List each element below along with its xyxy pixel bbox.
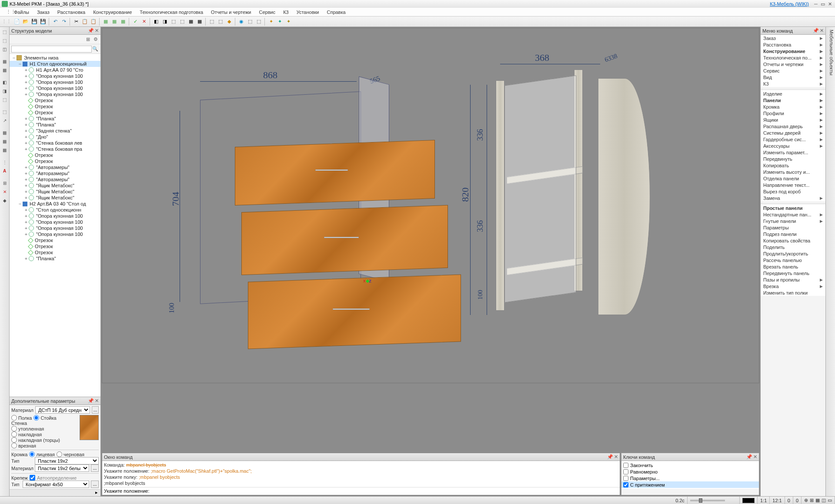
menu-item[interactable]: Врезка▶ bbox=[761, 283, 825, 289]
chern-radio[interactable] bbox=[57, 451, 62, 457]
menu-item[interactable]: Сервис▶ bbox=[761, 67, 825, 74]
vtool-6-icon[interactable]: ◧ bbox=[1, 78, 9, 86]
nakl-radio[interactable] bbox=[11, 431, 17, 437]
tool-r-icon[interactable]: ✦ bbox=[284, 18, 292, 26]
polka-radio[interactable] bbox=[11, 415, 17, 421]
tip2-select[interactable]: Конфирмат 4х50 bbox=[23, 481, 89, 488]
tool-l-icon[interactable]: ◆ bbox=[225, 18, 233, 26]
tool-new-icon[interactable]: 📄 bbox=[13, 18, 21, 26]
wiki-link[interactable]: К3-Мебель (WIKI) bbox=[770, 1, 809, 7]
tip2-browse-button[interactable]: ... bbox=[91, 481, 99, 488]
tool-i-icon[interactable]: ▦ bbox=[196, 18, 204, 26]
vtool-7-icon[interactable]: ◨ bbox=[1, 87, 9, 95]
tool-redo-icon[interactable]: ↷ bbox=[60, 18, 68, 26]
tool-a-icon[interactable]: ▦ bbox=[102, 18, 110, 26]
tree-row[interactable]: + "Опора кухонная 100 bbox=[10, 91, 100, 97]
menu-Сервис[interactable]: Сервис bbox=[256, 9, 279, 16]
menu-item[interactable]: Рассечь панелью bbox=[761, 257, 825, 263]
tool-check-icon[interactable]: ✓ bbox=[131, 18, 139, 26]
close-panel-icon[interactable]: ✕ bbox=[95, 28, 99, 33]
menu-item[interactable]: Профили▶ bbox=[761, 110, 825, 116]
tree-row[interactable]: + "Авторазмеры" bbox=[10, 170, 100, 176]
tool-c-icon[interactable]: ▦ bbox=[119, 18, 127, 26]
tree-row[interactable]: Отрезок bbox=[10, 237, 100, 243]
material-browse-button[interactable]: ... bbox=[92, 406, 99, 414]
tool-cancel-icon[interactable]: ✕ bbox=[140, 18, 148, 26]
menu-item[interactable]: Системы дверей▶ bbox=[761, 129, 825, 136]
tree-row[interactable]: + "Ящик Метабокс" bbox=[10, 189, 100, 195]
lice-radio[interactable] bbox=[29, 451, 35, 457]
menu-item[interactable]: Конструирование▶ bbox=[761, 48, 825, 54]
menu-item[interactable]: Передвинуть bbox=[761, 156, 825, 162]
menu-item[interactable]: Копировать bbox=[761, 162, 825, 169]
menu-item[interactable]: Изделие▶ bbox=[761, 90, 825, 97]
menu-Расстановка[interactable]: Расстановка bbox=[54, 9, 89, 16]
menu-item[interactable]: Технологическая по...▶ bbox=[761, 54, 825, 61]
tree-expand-icon[interactable]: ⊞ bbox=[86, 36, 90, 42]
vtool-A-icon[interactable]: A bbox=[1, 167, 9, 175]
menu-item[interactable]: Ящики▶ bbox=[761, 116, 825, 123]
menu-item[interactable]: Простые панели bbox=[761, 205, 825, 211]
menu-item[interactable]: Изменить парамет... bbox=[761, 149, 825, 156]
tree-row[interactable]: + "Опора кухонная 100 bbox=[10, 219, 100, 225]
vtool-15-icon[interactable]: ⊞ bbox=[1, 179, 9, 187]
tree-row[interactable]: + "Опора кухонная 100 bbox=[10, 213, 100, 219]
tool-g-icon[interactable]: ⬚ bbox=[178, 18, 186, 26]
menu-Файлы[interactable]: Файлы bbox=[10, 9, 33, 16]
menu-Отчеты и чертежи[interactable]: Отчеты и чертежи bbox=[207, 9, 254, 16]
tree-row[interactable]: Отрезок bbox=[10, 103, 100, 109]
color-black-swatch[interactable] bbox=[742, 498, 755, 503]
menu-item[interactable]: Отчеты и чертежи▶ bbox=[761, 61, 825, 67]
tool-d-icon[interactable]: ◧ bbox=[152, 18, 160, 26]
autodetect-checkbox[interactable] bbox=[30, 475, 35, 481]
vtool-17-icon[interactable]: ◆ bbox=[1, 196, 9, 204]
tree-row[interactable]: + "Авторазмеры" bbox=[10, 164, 100, 170]
tool-h-icon[interactable]: ▦ bbox=[187, 18, 195, 26]
tree-row[interactable]: + "Планка" bbox=[10, 255, 100, 262]
vtool-3-icon[interactable]: ◫ bbox=[1, 45, 9, 53]
menu-Технологическая подготовка[interactable]: Технологическая подготовка bbox=[136, 9, 207, 16]
menu-item[interactable]: Распашная дверь▶ bbox=[761, 123, 825, 129]
material2-browse-button[interactable]: ... bbox=[91, 464, 99, 472]
menu-item[interactable]: Гардеробные сис...▶ bbox=[761, 136, 825, 143]
3d-viewport[interactable]: 868 565 704 100 x◆z 368 6338 820 33 bbox=[102, 28, 759, 383]
menu-item[interactable]: Параметры bbox=[761, 224, 825, 231]
vtool-16-icon[interactable]: ✕ bbox=[1, 188, 9, 196]
key-row[interactable]: Параметры... bbox=[621, 475, 759, 481]
key-row[interactable]: С притяжением bbox=[621, 481, 759, 488]
menu-item[interactable]: Аксессуары▶ bbox=[761, 143, 825, 149]
tree-row[interactable]: + "Стол односекционн bbox=[10, 207, 100, 213]
menu-item[interactable]: Вырез под короб bbox=[761, 188, 825, 195]
status-icon-3[interactable]: ▦ bbox=[815, 497, 820, 503]
menu-item[interactable]: Гнутые панели▶ bbox=[761, 218, 825, 224]
tree-row[interactable]: Отрезок bbox=[10, 158, 100, 164]
tool-e-icon[interactable]: ◨ bbox=[161, 18, 169, 26]
tool-n-icon[interactable]: ⬚ bbox=[246, 18, 254, 26]
close-panel-icon[interactable]: ✕ bbox=[95, 398, 99, 404]
tool-undo-icon[interactable]: ↶ bbox=[51, 18, 59, 26]
command-input[interactable] bbox=[151, 488, 618, 494]
tree-row[interactable]: Отрезок bbox=[10, 97, 100, 103]
tree-row[interactable]: + Н1 Арт.АА 07 90 "Сто bbox=[10, 67, 100, 73]
menu-Установки[interactable]: Установки bbox=[293, 9, 323, 16]
tree-row[interactable]: + "Опора кухонная 100 bbox=[10, 225, 100, 231]
tree-row[interactable]: + "Стенка боковая пра bbox=[10, 146, 100, 152]
tree-row[interactable]: − Элементы низа bbox=[10, 55, 100, 61]
tool-paste-icon[interactable]: 📋 bbox=[90, 18, 97, 26]
tree-row[interactable]: Отрезок bbox=[10, 152, 100, 158]
tool-q-icon[interactable]: ✦ bbox=[276, 18, 284, 26]
menu-item[interactable]: Копировать свойства bbox=[761, 237, 825, 244]
status-icon-1[interactable]: ⊕ bbox=[804, 497, 808, 503]
tree-row[interactable]: + "Дно" bbox=[10, 134, 100, 140]
pin-icon[interactable]: 📌 bbox=[88, 28, 94, 33]
menu-item[interactable]: Заказ▶ bbox=[761, 35, 825, 41]
tree-row[interactable]: + "Опора кухонная 100 bbox=[10, 231, 100, 237]
minimize-button[interactable]: ─ bbox=[812, 1, 819, 7]
vtool-10-icon[interactable]: ↗ bbox=[1, 116, 9, 124]
tree-row[interactable]: Отрезок bbox=[10, 109, 100, 116]
menu-item[interactable]: Подрез панели bbox=[761, 231, 825, 237]
naklt-radio[interactable] bbox=[11, 437, 17, 443]
menu-item[interactable]: К3▶ bbox=[761, 80, 825, 87]
vtool-14-icon[interactable]: ⋮ bbox=[1, 158, 9, 166]
tool-k-icon[interactable]: ⬚ bbox=[217, 18, 224, 26]
